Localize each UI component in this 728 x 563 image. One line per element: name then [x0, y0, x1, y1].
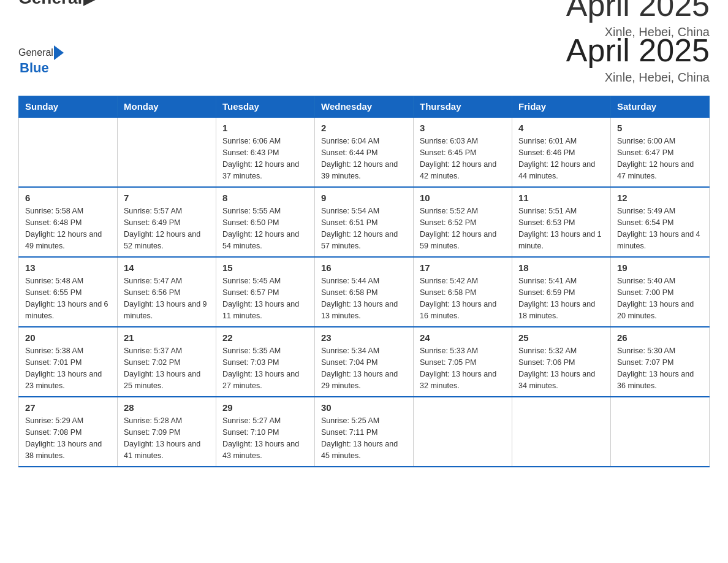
- day-info: Sunrise: 5:34 AM Sunset: 7:04 PM Dayligh…: [321, 345, 407, 391]
- calendar-cell: 27Sunrise: 5:29 AM Sunset: 7:08 PM Dayli…: [19, 397, 118, 467]
- week-row-2: 6Sunrise: 5:58 AM Sunset: 6:48 PM Daylig…: [19, 187, 710, 257]
- calendar-cell: 18Sunrise: 5:41 AM Sunset: 6:59 PM Dayli…: [512, 257, 611, 327]
- day-info: Sunrise: 6:00 AM Sunset: 6:47 PM Dayligh…: [617, 136, 703, 182]
- calendar-cell: 15Sunrise: 5:45 AM Sunset: 6:57 PM Dayli…: [216, 257, 315, 327]
- calendar-header-row: Sunday Monday Tuesday Wednesday Thursday…: [19, 96, 710, 118]
- day-number: 16: [321, 262, 407, 273]
- week-row-4: 20Sunrise: 5:38 AM Sunset: 7:01 PM Dayli…: [19, 327, 710, 397]
- calendar-cell: 29Sunrise: 5:27 AM Sunset: 7:10 PM Dayli…: [216, 397, 315, 467]
- calendar-cell: 8Sunrise: 5:55 AM Sunset: 6:50 PM Daylig…: [216, 187, 315, 257]
- day-info: Sunrise: 5:35 AM Sunset: 7:03 PM Dayligh…: [222, 345, 308, 391]
- calendar-cell: 4Sunrise: 6:01 AM Sunset: 6:46 PM Daylig…: [512, 117, 611, 187]
- logo: General ▶: [18, 0, 97, 8]
- day-number: 9: [321, 193, 407, 203]
- day-number: 5: [617, 123, 703, 133]
- day-number: 1: [222, 123, 308, 133]
- day-info: Sunrise: 5:48 AM Sunset: 6:55 PM Dayligh…: [25, 275, 111, 321]
- calendar-cell: 9Sunrise: 5:54 AM Sunset: 6:51 PM Daylig…: [315, 187, 414, 257]
- calendar-cell: 25Sunrise: 5:32 AM Sunset: 7:06 PM Dayli…: [512, 327, 611, 397]
- col-tuesday: Tuesday: [216, 96, 315, 118]
- day-number: 15: [222, 262, 308, 273]
- title-area: April 2025 Xinle, Hebei, China: [566, 33, 710, 85]
- calendar-cell: [19, 117, 118, 187]
- day-number: 27: [25, 402, 111, 413]
- calendar-cell: [118, 117, 216, 187]
- day-info: Sunrise: 5:55 AM Sunset: 6:50 PM Dayligh…: [222, 205, 308, 251]
- day-info: Sunrise: 6:03 AM Sunset: 6:45 PM Dayligh…: [420, 136, 506, 182]
- calendar-table: Sunday Monday Tuesday Wednesday Thursday…: [18, 96, 710, 467]
- calendar-title: April 2025: [566, 0, 710, 23]
- col-saturday: Saturday: [611, 96, 710, 118]
- day-info: Sunrise: 5:29 AM Sunset: 7:08 PM Dayligh…: [25, 415, 111, 461]
- calendar-cell: 17Sunrise: 5:42 AM Sunset: 6:58 PM Dayli…: [414, 257, 512, 327]
- day-number: 2: [321, 123, 407, 133]
- day-number: 14: [124, 262, 210, 273]
- calendar-cell: 16Sunrise: 5:44 AM Sunset: 6:58 PM Dayli…: [315, 257, 414, 327]
- col-thursday: Thursday: [414, 96, 512, 118]
- calendar-cell: 20Sunrise: 5:38 AM Sunset: 7:01 PM Dayli…: [19, 327, 118, 397]
- day-number: 12: [617, 193, 703, 203]
- day-info: Sunrise: 5:38 AM Sunset: 7:01 PM Dayligh…: [25, 345, 111, 391]
- day-info: Sunrise: 5:51 AM Sunset: 6:53 PM Dayligh…: [518, 205, 604, 251]
- day-number: 19: [617, 262, 703, 273]
- day-number: 3: [420, 123, 506, 133]
- day-info: Sunrise: 5:33 AM Sunset: 7:05 PM Dayligh…: [420, 345, 506, 391]
- day-number: 11: [518, 193, 604, 203]
- day-number: 26: [617, 332, 703, 343]
- day-info: Sunrise: 5:44 AM Sunset: 6:58 PM Dayligh…: [321, 275, 407, 321]
- day-info: Sunrise: 5:54 AM Sunset: 6:51 PM Dayligh…: [321, 205, 407, 251]
- calendar-cell: [414, 397, 512, 467]
- day-number: 23: [321, 332, 407, 343]
- calendar-cell: 30Sunrise: 5:25 AM Sunset: 7:11 PM Dayli…: [315, 397, 414, 467]
- day-info: Sunrise: 5:42 AM Sunset: 6:58 PM Dayligh…: [420, 275, 506, 321]
- day-number: 22: [222, 332, 308, 343]
- day-info: Sunrise: 5:27 AM Sunset: 7:10 PM Dayligh…: [222, 415, 308, 461]
- calendar-cell: 13Sunrise: 5:48 AM Sunset: 6:55 PM Dayli…: [19, 257, 118, 327]
- day-info: Sunrise: 5:45 AM Sunset: 6:57 PM Dayligh…: [222, 275, 308, 321]
- day-info: Sunrise: 5:41 AM Sunset: 6:59 PM Dayligh…: [518, 275, 604, 321]
- day-info: Sunrise: 5:37 AM Sunset: 7:02 PM Dayligh…: [124, 345, 210, 391]
- week-row-3: 13Sunrise: 5:48 AM Sunset: 6:55 PM Dayli…: [19, 257, 710, 327]
- calendar-cell: [611, 397, 710, 467]
- calendar-cell: 26Sunrise: 5:30 AM Sunset: 7:07 PM Dayli…: [611, 327, 710, 397]
- day-number: 30: [321, 402, 407, 413]
- day-info: Sunrise: 5:52 AM Sunset: 6:52 PM Dayligh…: [420, 205, 506, 251]
- calendar-cell: 1Sunrise: 6:06 AM Sunset: 6:43 PM Daylig…: [216, 117, 315, 187]
- day-number: 25: [518, 332, 604, 343]
- logo-container: General Blue: [18, 45, 64, 76]
- day-info: Sunrise: 5:58 AM Sunset: 6:48 PM Dayligh…: [25, 205, 111, 251]
- day-info: Sunrise: 5:40 AM Sunset: 7:00 PM Dayligh…: [617, 275, 703, 321]
- day-info: Sunrise: 5:25 AM Sunset: 7:11 PM Dayligh…: [321, 415, 407, 461]
- col-friday: Friday: [512, 96, 611, 118]
- day-number: 10: [420, 193, 506, 203]
- day-number: 29: [222, 402, 308, 413]
- day-number: 13: [25, 262, 111, 273]
- col-wednesday: Wednesday: [315, 96, 414, 118]
- calendar-cell: [512, 397, 611, 467]
- logo-blue-text: ▶: [83, 0, 97, 8]
- day-number: 21: [124, 332, 210, 343]
- col-monday: Monday: [118, 96, 216, 118]
- logo-arrow-icon: [54, 45, 64, 60]
- day-info: Sunrise: 6:06 AM Sunset: 6:43 PM Dayligh…: [222, 136, 308, 182]
- day-info: Sunrise: 5:49 AM Sunset: 6:54 PM Dayligh…: [617, 205, 703, 251]
- calendar-cell: 3Sunrise: 6:03 AM Sunset: 6:45 PM Daylig…: [414, 117, 512, 187]
- day-number: 20: [25, 332, 111, 343]
- calendar-cell: 6Sunrise: 5:58 AM Sunset: 6:48 PM Daylig…: [19, 187, 118, 257]
- day-number: 18: [518, 262, 604, 273]
- calendar-cell: 14Sunrise: 5:47 AM Sunset: 6:56 PM Dayli…: [118, 257, 216, 327]
- calendar-cell: 7Sunrise: 5:57 AM Sunset: 6:49 PM Daylig…: [118, 187, 216, 257]
- week-row-5: 27Sunrise: 5:29 AM Sunset: 7:08 PM Dayli…: [19, 397, 710, 467]
- calendar-cell: 28Sunrise: 5:28 AM Sunset: 7:09 PM Dayli…: [118, 397, 216, 467]
- calendar-cell: 24Sunrise: 5:33 AM Sunset: 7:05 PM Dayli…: [414, 327, 512, 397]
- col-sunday: Sunday: [19, 96, 118, 118]
- day-number: 17: [420, 262, 506, 273]
- day-info: Sunrise: 5:57 AM Sunset: 6:49 PM Dayligh…: [124, 205, 210, 251]
- logo-general: General: [18, 47, 53, 58]
- day-number: 4: [518, 123, 604, 133]
- day-info: Sunrise: 6:01 AM Sunset: 6:46 PM Dayligh…: [518, 136, 604, 182]
- day-info: Sunrise: 5:32 AM Sunset: 7:06 PM Dayligh…: [518, 345, 604, 391]
- calendar-cell: 23Sunrise: 5:34 AM Sunset: 7:04 PM Dayli…: [315, 327, 414, 397]
- day-number: 28: [124, 402, 210, 413]
- day-number: 7: [124, 193, 210, 203]
